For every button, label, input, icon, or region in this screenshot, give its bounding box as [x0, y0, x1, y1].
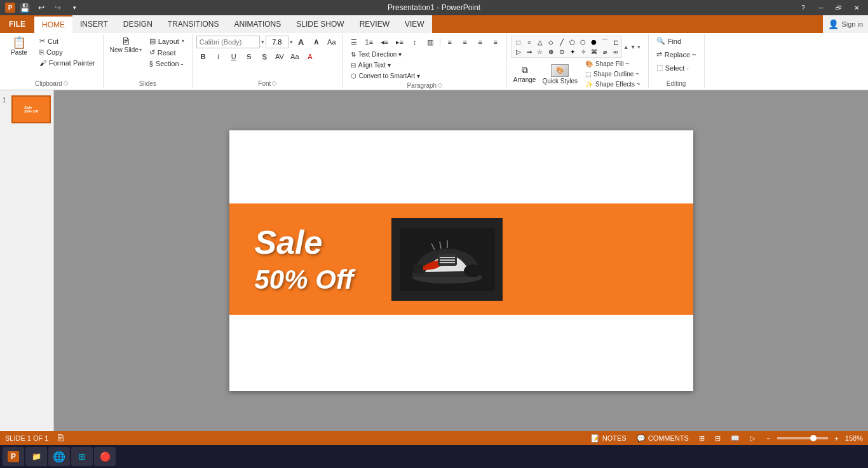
numbering-button[interactable]: 1≡ [362, 36, 376, 48]
restore-button[interactable]: 🗗 [832, 3, 845, 13]
quick-access-customize[interactable]: ▾ [67, 1, 81, 14]
taskbar-pp-button[interactable]: P [3, 447, 24, 466]
font-dropdown-arrow[interactable]: ▾ [261, 39, 264, 45]
shape-item[interactable]: ✧ [578, 47, 589, 56]
tab-design[interactable]: DESIGN [116, 15, 160, 33]
shapes-expand[interactable]: ▾ [637, 44, 641, 50]
arrange-button[interactable]: ⧉ Arrange [511, 64, 539, 85]
slide-banner[interactable]: Sale 50% Off [229, 203, 693, 315]
shape-item[interactable]: ○ [524, 38, 535, 46]
tab-transitions[interactable]: TRANSITIONS [160, 15, 227, 33]
shape-item[interactable]: ✦ [567, 47, 578, 56]
file-tab[interactable]: FILE [0, 15, 34, 33]
indent-inc-button[interactable]: ▸≡ [393, 36, 407, 48]
banner-image[interactable] [391, 218, 503, 301]
shadow-button[interactable]: S [257, 50, 271, 63]
shapes-scroll-down[interactable]: ▼ [630, 44, 636, 50]
shape-item[interactable]: ⊕ [545, 47, 557, 56]
replace-button[interactable]: ⇌ Replace ~ [653, 49, 700, 60]
view-presentation-button[interactable]: ▷ [747, 434, 757, 443]
font-size-input[interactable] [266, 36, 288, 48]
convert-smartart-button[interactable]: ⬡ Convert to SmartArt ▾ [347, 71, 424, 81]
font-expand-icon[interactable]: ⬡ [272, 81, 276, 86]
zoom-slider[interactable] [777, 437, 828, 439]
columns-button[interactable]: ▥ [423, 36, 437, 48]
notes-button[interactable]: 📝 NOTES [588, 434, 629, 443]
clipboard-expand-icon[interactable]: ⬡ [64, 81, 68, 86]
bold-button[interactable]: B [196, 50, 210, 63]
tab-insert[interactable]: INSERT [72, 15, 116, 33]
sign-in-button[interactable]: 👤 Sign in [828, 19, 863, 29]
shape-fill-button[interactable]: 🎨 Shape Fill ~ [581, 59, 644, 69]
shape-item[interactable]: △ [534, 38, 546, 46]
new-slide-button[interactable]: 🖹 New Slide ▾ [107, 36, 144, 55]
zoom-in-button[interactable]: ＋ [831, 433, 843, 444]
shape-item[interactable]: ⬡ [578, 38, 589, 46]
indent-dec-button[interactable]: ◂≡ [377, 36, 391, 48]
taskbar-chrome-button[interactable]: 🌐 [48, 447, 70, 466]
paragraph-expand-icon[interactable]: ⬡ [438, 83, 442, 88]
zoom-thumb[interactable] [810, 435, 817, 441]
font-name-input[interactable] [196, 36, 260, 48]
quick-styles-button[interactable]: 🎨 Quick Styles [539, 63, 580, 86]
view-slide-sorter-button[interactable]: ⊟ [712, 434, 723, 443]
shape-item[interactable]: ☆ [534, 47, 546, 56]
shape-item[interactable]: ⊙ [556, 47, 567, 56]
shape-item[interactable]: ▷ [513, 47, 524, 56]
shape-item[interactable]: ⌘ [588, 47, 600, 56]
shapes-scroll-up[interactable]: ▲ [623, 44, 629, 50]
align-text-button[interactable]: ⊟ Align Text ▾ [347, 60, 395, 70]
clear-format-button[interactable]: Aa [325, 36, 339, 48]
align-right-button[interactable]: ≡ [473, 36, 487, 48]
font-color-button[interactable]: A [303, 50, 317, 63]
slide-canvas[interactable]: Sale 50% Off [229, 130, 693, 391]
shape-item[interactable]: ∞ [610, 47, 621, 56]
shape-item[interactable]: ⊏ [610, 38, 621, 46]
text-direction-button[interactable]: ⇅ Text Direction ▾ [347, 50, 405, 59]
font-size-dropdown[interactable]: ▾ [290, 39, 293, 45]
slide-thumbnail[interactable]: Sale50% Off [11, 95, 51, 123]
paste-button[interactable]: 📋 Paste [4, 36, 34, 57]
shape-item[interactable]: ⬠ [567, 38, 578, 46]
shape-item[interactable]: ⬣ [588, 38, 600, 46]
view-normal-button[interactable]: ⊞ [696, 434, 707, 443]
italic-button[interactable]: I [212, 50, 226, 63]
bullets-button[interactable]: ☰ [347, 36, 361, 48]
taskbar-folder-button[interactable]: 📁 [25, 447, 47, 466]
shape-outline-button[interactable]: ⬚ Shape Outline ~ [581, 69, 644, 79]
char-spacing-button[interactable]: AV [273, 50, 287, 63]
cut-button[interactable]: ✂ Cut [36, 36, 99, 46]
tab-home[interactable]: HOME [34, 15, 72, 33]
shape-item[interactable]: ⌒ [599, 38, 611, 46]
find-button[interactable]: 🔍 Find [653, 36, 685, 46]
taskbar-grid-button[interactable]: ⊞ [71, 447, 93, 466]
canvas-area[interactable]: Sale 50% Off [54, 90, 868, 431]
close-button[interactable]: ✕ [850, 3, 863, 13]
shape-item[interactable]: ◇ [545, 38, 557, 46]
shape-item[interactable]: □ [513, 38, 524, 46]
reset-button[interactable]: ↺ Reset [146, 47, 188, 58]
shape-effects-button[interactable]: ✨ Shape Effects ~ [581, 79, 644, 89]
quick-access-undo[interactable]: ↩ [34, 1, 48, 14]
layout-button[interactable]: ▤ Layout ▾ [146, 36, 188, 46]
copy-button[interactable]: ⎘ Copy [36, 47, 99, 57]
tab-slide-show[interactable]: SLIDE SHOW [288, 15, 351, 33]
tab-animations[interactable]: ANIMATIONS [226, 15, 288, 33]
taskbar-other-button[interactable]: 🔴 [94, 447, 116, 466]
strikethrough-button[interactable]: S [242, 50, 256, 63]
align-left-button[interactable]: ≡ [443, 36, 457, 48]
quick-access-save[interactable]: 💾 [18, 1, 32, 14]
line-spacing-button[interactable]: ↕ [408, 36, 422, 48]
align-center-button[interactable]: ≡ [458, 36, 472, 48]
change-case-button[interactable]: Aa [288, 50, 302, 63]
tab-review[interactable]: REVIEW [352, 15, 397, 33]
shape-item[interactable]: ⌀ [599, 47, 611, 56]
format-painter-button[interactable]: 🖌 Format Painter [36, 58, 99, 68]
decrease-font-button[interactable]: A [309, 36, 323, 48]
select-button[interactable]: ⬚ Select - [653, 62, 693, 73]
minimize-button[interactable]: ─ [815, 3, 827, 13]
help-button[interactable]: ? [797, 3, 810, 13]
shape-item[interactable]: ⇒ [524, 47, 535, 56]
view-reading-button[interactable]: 📖 [728, 434, 742, 443]
comments-button[interactable]: 💬 COMMENTS [634, 434, 691, 443]
